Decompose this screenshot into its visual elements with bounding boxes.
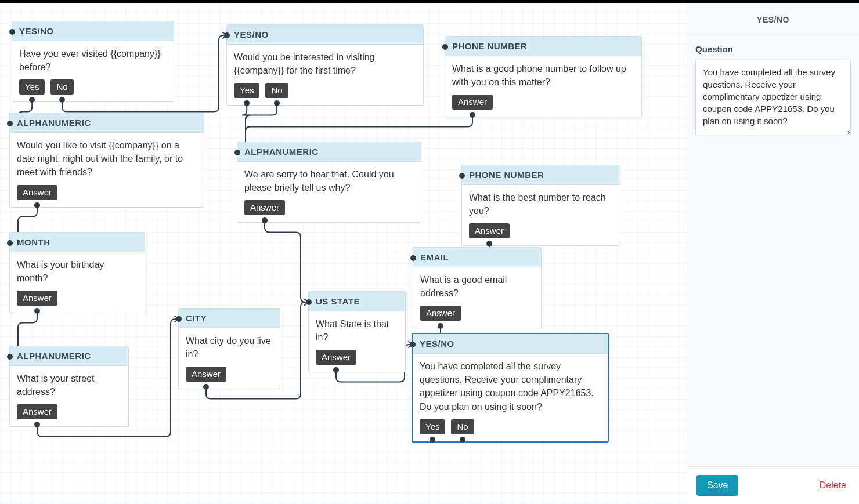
yes-button[interactable]: Yes bbox=[19, 79, 45, 95]
connection-port[interactable] bbox=[7, 354, 13, 360]
flow-node[interactable]: YES/NOYou have completed all the survey … bbox=[412, 333, 609, 443]
flow-node[interactable]: PHONE NUMBERWhat is the best number to r… bbox=[461, 165, 619, 246]
no-button[interactable]: No bbox=[451, 419, 474, 434]
connection-port[interactable] bbox=[442, 44, 448, 50]
answer-button[interactable]: Answer bbox=[469, 223, 510, 238]
node-body: You have completed all the survey questi… bbox=[413, 354, 608, 441]
node-body: What is a good phone number to follow up… bbox=[445, 56, 641, 117]
flow-node[interactable]: MONTHWhat is your birthday month?Answer bbox=[9, 232, 145, 313]
connection-port[interactable] bbox=[29, 97, 35, 103]
connection-port[interactable] bbox=[59, 97, 65, 103]
answer-button[interactable]: Answer bbox=[17, 291, 57, 306]
node-header[interactable]: CITY bbox=[179, 309, 280, 328]
flow-node[interactable]: US STATEWhat State is that in?Answer bbox=[308, 291, 406, 372]
node-question: What is your birthday month? bbox=[17, 258, 138, 285]
connection-port[interactable] bbox=[306, 299, 312, 305]
delete-button[interactable]: Delete bbox=[816, 480, 850, 491]
yes-button[interactable]: Yes bbox=[420, 419, 445, 434]
answer-button[interactable]: Answer bbox=[316, 350, 356, 365]
flow-node[interactable]: ALPHANUMERICWhat is your street address?… bbox=[9, 346, 129, 427]
flow-node[interactable]: EMAILWhat is a good email address?Answer bbox=[413, 247, 542, 328]
flow-node[interactable]: ALPHANUMERICWe are sorry to hear that. C… bbox=[237, 142, 421, 223]
flow-node[interactable]: YES/NOHave you ever visited {{company}} … bbox=[12, 21, 174, 102]
node-question: What is a good phone number to follow up… bbox=[452, 62, 634, 89]
connection-port[interactable] bbox=[460, 437, 465, 443]
node-output-row: Answer bbox=[244, 200, 414, 215]
connection-port[interactable] bbox=[7, 121, 13, 126]
node-header[interactable]: YES/NO bbox=[227, 25, 423, 45]
node-body: We are sorry to hear that. Could you ple… bbox=[237, 162, 421, 222]
answer-button[interactable]: Answer bbox=[17, 185, 57, 200]
node-question: We are sorry to hear that. Could you ple… bbox=[244, 168, 414, 194]
no-button[interactable]: No bbox=[265, 83, 288, 98]
connection-port[interactable] bbox=[410, 342, 416, 347]
node-header[interactable]: PHONE NUMBER bbox=[445, 37, 641, 56]
question-textarea[interactable] bbox=[695, 60, 851, 135]
node-body: What is your birthday month?Answer bbox=[10, 252, 145, 313]
node-body: What city do you live in?Answer bbox=[179, 328, 280, 389]
node-header[interactable]: MONTH bbox=[10, 233, 145, 252]
node-question: What is the best number to reach you? bbox=[469, 191, 612, 217]
connection-port[interactable] bbox=[34, 308, 40, 314]
connection-port[interactable] bbox=[176, 316, 182, 322]
node-output-row: Answer bbox=[17, 404, 121, 419]
node-question: Would you like to visit {{company}} on a… bbox=[17, 139, 197, 179]
connection-port[interactable] bbox=[274, 100, 280, 106]
node-question: Have you ever visited {{company}} before… bbox=[19, 47, 167, 74]
node-output-row: Answer bbox=[186, 367, 273, 382]
answer-button[interactable]: Answer bbox=[186, 367, 226, 382]
answer-button[interactable]: Answer bbox=[17, 404, 57, 419]
node-header[interactable]: YES/NO bbox=[413, 334, 608, 354]
flow-node[interactable]: ALPHANUMERICWould you like to visit {{co… bbox=[9, 113, 204, 208]
connection-port[interactable] bbox=[203, 384, 209, 390]
node-question: What city do you live in? bbox=[186, 334, 273, 361]
answer-button[interactable]: Answer bbox=[420, 306, 461, 321]
node-header[interactable]: ALPHANUMERIC bbox=[10, 113, 204, 133]
node-body: What is the best number to reach you?Ans… bbox=[462, 185, 619, 245]
flow-node[interactable]: YES/NOWould you be interested in visitin… bbox=[226, 24, 424, 106]
node-header[interactable]: ALPHANUMERIC bbox=[237, 142, 421, 162]
inspector-footer: Save Delete bbox=[687, 466, 859, 504]
connection-port[interactable] bbox=[234, 150, 240, 155]
question-label: Question bbox=[695, 44, 851, 54]
flow-node[interactable]: PHONE NUMBERWhat is a good phone number … bbox=[445, 36, 642, 117]
connection-port[interactable] bbox=[470, 112, 475, 118]
node-body: Would you be interested in visiting {{co… bbox=[227, 45, 423, 105]
flow-node[interactable]: CITYWhat city do you live in?Answer bbox=[178, 308, 280, 389]
connection-port[interactable] bbox=[459, 173, 465, 179]
node-question: What is your street address? bbox=[17, 372, 121, 398]
connection-port[interactable] bbox=[244, 100, 250, 106]
connection-port[interactable] bbox=[410, 255, 416, 261]
yes-button[interactable]: Yes bbox=[234, 83, 259, 98]
connection-port[interactable] bbox=[486, 241, 492, 246]
connection-port[interactable] bbox=[438, 323, 443, 329]
answer-button[interactable]: Answer bbox=[452, 95, 493, 110]
node-output-row: Answer bbox=[452, 95, 634, 110]
answer-button[interactable]: Answer bbox=[244, 200, 285, 215]
flow-canvas[interactable]: YES/NOHave you ever visited {{company}} … bbox=[0, 3, 687, 504]
inspector-panel: YES/NO Question Save Delete bbox=[687, 3, 859, 504]
node-output-row: Answer bbox=[316, 350, 398, 365]
node-output-row: Answer bbox=[469, 223, 612, 238]
save-button[interactable]: Save bbox=[696, 475, 738, 496]
connection-port[interactable] bbox=[333, 367, 339, 373]
connection-port[interactable] bbox=[430, 437, 435, 443]
node-output-row: Answer bbox=[420, 306, 534, 321]
connection-port[interactable] bbox=[262, 217, 268, 223]
node-header[interactable]: YES/NO bbox=[12, 21, 174, 41]
connection-port[interactable] bbox=[34, 202, 40, 208]
node-question: What State is that in? bbox=[316, 317, 398, 344]
node-question: Would you be interested in visiting {{co… bbox=[234, 50, 416, 77]
connection-port[interactable] bbox=[7, 240, 13, 246]
inspector-title: YES/NO bbox=[687, 3, 859, 35]
connection-port[interactable] bbox=[9, 29, 15, 35]
node-output-row: Answer bbox=[17, 291, 138, 306]
node-header[interactable]: US STATE bbox=[309, 292, 405, 311]
connection-port[interactable] bbox=[224, 32, 230, 38]
node-header[interactable]: PHONE NUMBER bbox=[462, 165, 619, 185]
no-button[interactable]: No bbox=[50, 79, 73, 95]
node-header[interactable]: ALPHANUMERIC bbox=[10, 346, 128, 366]
node-header[interactable]: EMAIL bbox=[413, 248, 541, 267]
node-body: Have you ever visited {{company}} before… bbox=[12, 41, 174, 101]
connection-port[interactable] bbox=[34, 422, 40, 427]
